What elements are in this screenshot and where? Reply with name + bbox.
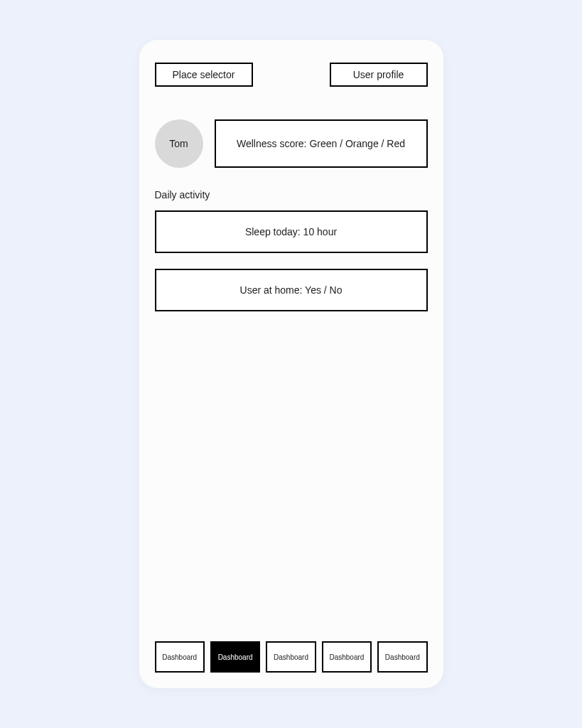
wellness-score-card[interactable]: Wellness score: Green / Orange / Red	[215, 119, 428, 168]
app-frame: Place selector User profile Tom Wellness…	[139, 40, 443, 688]
home-status-text: User at home: Yes / No	[240, 284, 343, 296]
home-status-card[interactable]: User at home: Yes / No	[155, 269, 428, 311]
user-summary-row: Tom Wellness score: Green / Orange / Red	[155, 119, 428, 168]
bottom-nav: Dashboard Dashboard Dashboard Dashboard …	[155, 641, 428, 673]
nav-tab-0[interactable]: Dashboard	[155, 641, 205, 673]
nav-tab-3[interactable]: Dashboard	[322, 641, 372, 673]
sleep-card[interactable]: Sleep today: 10 hour	[155, 210, 428, 253]
sleep-text: Sleep today: 10 hour	[245, 226, 337, 237]
avatar-name: Tom	[169, 138, 188, 149]
nav-tab-1[interactable]: Dashboard	[210, 641, 260, 673]
nav-tab-4[interactable]: Dashboard	[377, 641, 427, 673]
nav-tab-2[interactable]: Dashboard	[266, 641, 316, 673]
user-profile-button[interactable]: User profile	[330, 63, 428, 87]
daily-activity-label: Daily activity	[155, 189, 428, 200]
place-selector-button[interactable]: Place selector	[155, 63, 253, 87]
top-bar: Place selector User profile	[155, 63, 428, 87]
avatar[interactable]: Tom	[155, 119, 203, 168]
wellness-score-text: Wellness score: Green / Orange / Red	[237, 138, 405, 149]
